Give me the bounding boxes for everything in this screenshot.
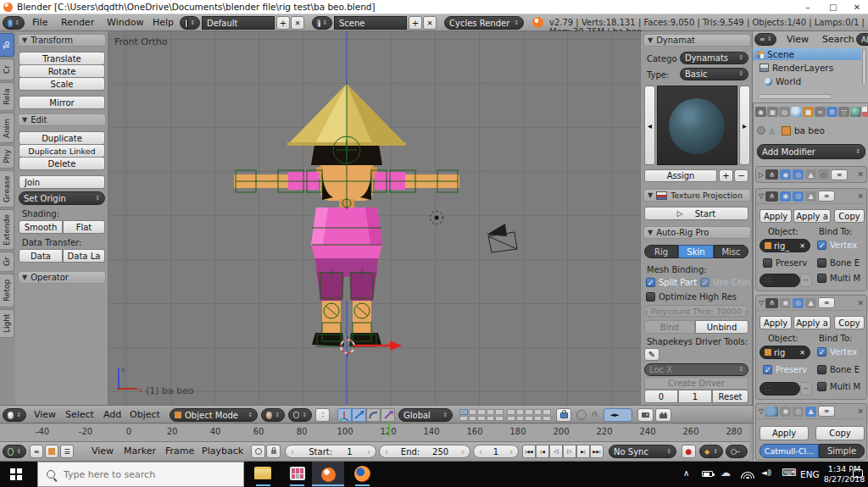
glasses-icon[interactable]: ∞ bbox=[818, 406, 835, 417]
taskbar-file-explorer-icon[interactable] bbox=[254, 467, 271, 479]
tool-tab-cr[interactable]: Cr bbox=[0, 58, 14, 80]
outliner-row-renderlayers[interactable]: RenderLayers bbox=[753, 62, 861, 74]
layout-browse-button[interactable]: ↕ bbox=[180, 16, 200, 30]
vertex-group-field[interactable]: ⁚⁚⁚ bbox=[760, 274, 800, 287]
taskbar-app-icon[interactable] bbox=[290, 467, 305, 480]
material-remove-button[interactable]: − bbox=[734, 169, 748, 182]
keying-field[interactable] bbox=[726, 445, 748, 458]
close-button[interactable]: ✕ bbox=[846, 3, 868, 12]
duplicate-button[interactable]: Duplicate bbox=[19, 131, 105, 145]
viewport-visibility-icon[interactable]: ◎ bbox=[793, 191, 804, 202]
tool-tab-retop[interactable]: Retop bbox=[0, 274, 14, 307]
clear-icon[interactable]: ✕ bbox=[799, 349, 805, 357]
collapse-icon[interactable]: ▽ bbox=[759, 192, 764, 200]
end-frame-slider[interactable]: ‹ End: 250 › bbox=[379, 445, 470, 458]
edit-mode-icon[interactable]: ▲ bbox=[805, 298, 816, 308]
multi-modifier-checkbox[interactable] bbox=[817, 274, 826, 283]
material-prev-button[interactable]: ◂ bbox=[644, 86, 655, 165]
shading-select[interactable]: ↕ bbox=[261, 408, 285, 422]
delete-modifier-icon[interactable]: ✕ bbox=[857, 407, 864, 416]
manipulator-axes-button[interactable] bbox=[337, 408, 352, 422]
menu-window[interactable]: Window bbox=[107, 17, 143, 28]
timeline-ruler[interactable]: -40-200204060801001201401601802002202402… bbox=[0, 424, 749, 442]
data-icon[interactable]: ▽ bbox=[838, 107, 849, 117]
set-origin-select[interactable]: Set Origin↕ bbox=[19, 191, 105, 205]
manipulator-translate-button[interactable] bbox=[352, 408, 366, 422]
editor-type-button[interactable]: ↕ bbox=[3, 408, 26, 422]
orientation-select[interactable]: Global↕ bbox=[398, 408, 453, 422]
outliner-toggle-button[interactable]: ≡ bbox=[30, 445, 43, 458]
record-button[interactable]: ● bbox=[682, 445, 696, 458]
edit-panel-header[interactable]: ▼Edit bbox=[18, 113, 106, 126]
tray-chevron-icon[interactable]: ∧ bbox=[683, 468, 689, 478]
delete-button[interactable]: Delete bbox=[19, 157, 105, 170]
flat-button[interactable]: Flat bbox=[63, 220, 105, 234]
taskbar-blender-tile[interactable] bbox=[312, 462, 344, 487]
pin-icon[interactable] bbox=[757, 126, 765, 135]
bone-envelopes-checkbox[interactable] bbox=[817, 365, 826, 374]
render-visibility-icon[interactable]: ◉ bbox=[780, 298, 791, 308]
tool-tab-anim[interactable]: Anim bbox=[0, 113, 14, 143]
jump-end-button[interactable]: ▶▶| bbox=[590, 445, 604, 458]
texture-icon[interactable] bbox=[862, 107, 868, 117]
modifiers-icon[interactable]: ⚙ bbox=[826, 107, 837, 117]
viewport-menu-add[interactable]: Add bbox=[103, 409, 121, 420]
timeline-menu-view[interactable]: View bbox=[92, 445, 114, 457]
apply-button[interactable]: Apply bbox=[760, 316, 792, 329]
viewport-visibility-icon[interactable]: ◎ bbox=[793, 407, 804, 417]
menu-file[interactable]: File bbox=[32, 17, 47, 28]
outliner-editor-button[interactable]: ≡↕ bbox=[754, 33, 776, 46]
cage-icon[interactable]: ◇ bbox=[818, 169, 829, 180]
layout-delete-button[interactable]: ✕ bbox=[291, 16, 304, 30]
keyboard-icon[interactable]: ⌨ bbox=[782, 467, 796, 479]
render-visibility-icon[interactable]: ◉ bbox=[780, 407, 791, 417]
snap-toggle-button[interactable]: ∩ bbox=[592, 409, 598, 418]
viewport-menu-object[interactable]: Object bbox=[130, 409, 160, 420]
playhead[interactable] bbox=[388, 422, 390, 436]
edit-mode-icon[interactable]: ▲ bbox=[805, 407, 816, 417]
tool-tab-rela[interactable]: Rela bbox=[0, 82, 14, 111]
render-animation-button[interactable] bbox=[655, 408, 671, 422]
operator-panel-header[interactable]: ▼Operator bbox=[18, 271, 106, 284]
driver-min-button[interactable]: 0 bbox=[644, 390, 678, 403]
create-driver-button[interactable]: Create Driver bbox=[644, 377, 748, 390]
edit-mode-icon[interactable]: ▲ bbox=[805, 169, 816, 180]
mirror-button[interactable]: Mirror bbox=[19, 96, 105, 109]
render-engine-select[interactable]: Cycles Render↕ bbox=[444, 16, 524, 30]
pivot-select[interactable]: ↕ bbox=[288, 408, 312, 422]
collapse-icon[interactable]: ▽ bbox=[759, 299, 764, 307]
outliner-vscrollbar[interactable] bbox=[862, 48, 866, 86]
catmull-clark-button[interactable]: Catmull-Cl... bbox=[760, 444, 819, 458]
polycount-slider[interactable]: ‹Polycount Thre: 70000› bbox=[644, 305, 748, 317]
material-icon[interactable] bbox=[850, 107, 861, 117]
wifi-icon[interactable] bbox=[741, 469, 754, 479]
timeline-menu-playback[interactable]: Playback bbox=[202, 445, 243, 457]
outliner-search-menu[interactable]: Search bbox=[822, 34, 854, 45]
constraints-icon[interactable]: ∞ bbox=[815, 107, 826, 117]
object-filter-button[interactable] bbox=[45, 445, 58, 458]
proportional-edit-button[interactable] bbox=[576, 410, 587, 420]
object-field[interactable]: rig ✕ bbox=[760, 346, 810, 359]
snap-element-group[interactable]: ◄►↕ bbox=[604, 408, 632, 422]
outliner-filter-select[interactable]: All Sc bbox=[856, 33, 868, 46]
eyedropper-button[interactable]: ✎ bbox=[644, 348, 659, 361]
object-icon[interactable]: ■ bbox=[803, 107, 814, 117]
render-opengl-button[interactable] bbox=[637, 408, 654, 422]
glasses-icon[interactable]: ∞ bbox=[831, 169, 848, 180]
pivot-align-button[interactable]: ⁚⁚ bbox=[315, 408, 330, 422]
search-box[interactable] bbox=[37, 462, 244, 487]
timeline-menu-frame[interactable]: Frame bbox=[165, 445, 194, 457]
layout-add-button[interactable]: + bbox=[276, 16, 290, 30]
menu-help[interactable]: Help bbox=[153, 17, 174, 28]
rotate-button[interactable]: Rotate bbox=[19, 64, 105, 78]
edit-mode-icon[interactable]: ▲ bbox=[805, 191, 816, 202]
data-button[interactable]: Data bbox=[19, 249, 63, 263]
render-layers-icon[interactable]: ▣ bbox=[767, 107, 778, 117]
driver-reset-button[interactable]: Reset bbox=[712, 390, 748, 403]
delete-modifier-icon[interactable]: ✕ bbox=[857, 299, 864, 307]
render-visibility-icon[interactable]: ◉ bbox=[780, 191, 791, 202]
scale-button[interactable]: Scale bbox=[19, 77, 105, 91]
expand-icon[interactable]: ▷ bbox=[759, 171, 764, 179]
bone-envelopes-checkbox[interactable] bbox=[817, 258, 826, 268]
apply-button[interactable]: Apply bbox=[760, 209, 792, 223]
